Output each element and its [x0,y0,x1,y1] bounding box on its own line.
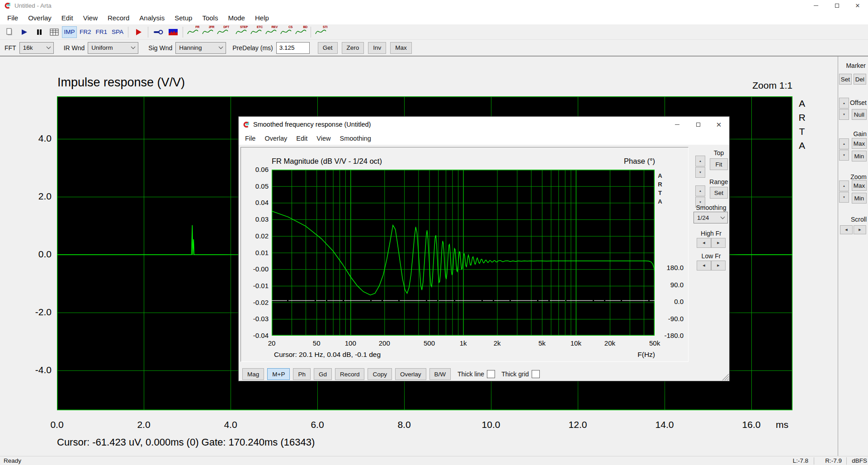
menu-item-view[interactable]: View [78,11,103,24]
toolbar-chart-step-button[interactable]: STEP [234,25,248,38]
menu-item-analysis[interactable]: Analysis [134,11,170,24]
inv-button[interactable]: Inv [368,42,386,54]
new-file-button[interactable] [2,26,16,38]
minimize-button[interactable] [806,0,826,11]
dialog-record-button[interactable]: Record [335,368,365,380]
menu-item-record[interactable]: Record [103,11,134,24]
menu-item-setup[interactable]: Setup [170,11,197,24]
pause-button[interactable] [32,26,46,38]
fft-select[interactable]: 16k [19,42,54,54]
range-up-button[interactable]: ▲ [695,185,705,196]
range-set-button[interactable]: Set [710,187,728,199]
toolbar-chart-dft-button[interactable]: DFT [216,25,230,38]
dialog-titlebar[interactable]: Smoothed frequency response (Untitled) ✕ [239,117,729,132]
marker-set-button[interactable]: Set [839,74,852,85]
toolbar-chart-2fr-button[interactable]: 2FR [201,25,215,38]
menu-item-mode[interactable]: Mode [223,11,250,24]
dialog-minimize-button[interactable] [667,117,688,132]
marker-flag-button[interactable] [17,26,31,38]
minimize-icon [814,5,818,6]
toolbar-chart-etc-button[interactable]: ETC [249,25,263,38]
scroll-right-button[interactable]: ▶ [854,225,866,234]
dialog-button-row: MagM+PPhGdRecordCopyOverlayB/W Thick lin… [242,368,540,380]
menu-item-tools[interactable]: Tools [197,11,223,24]
predelay-input[interactable] [276,42,310,54]
gain-up-button[interactable]: ▲ [839,138,849,149]
menu-item-file[interactable]: File [2,11,23,24]
dialog-menu-item-overlay[interactable]: Overlay [260,132,292,145]
dialog-b-w-button[interactable]: B/W [429,368,451,380]
fr-y-tick: 0.06 [243,166,269,173]
table-button[interactable] [47,26,61,38]
dialog-mag-button[interactable]: Mag [242,368,264,380]
play-button[interactable] [131,26,145,38]
client-area: Impulse response (V/V) Zoom 1:1 ms Curso… [0,56,868,456]
toolbar-chart-cs-button[interactable]: CS [279,25,293,38]
dialog-ph-button[interactable]: Ph [293,368,311,380]
microphone-button[interactable] [151,26,165,38]
toolbar-chart-fr-button[interactable]: FR [186,25,200,38]
menu-item-edit[interactable]: Edit [57,11,78,24]
smoothing-select[interactable]: 1/24 [693,212,728,223]
window-title: Untitled - Arta [14,2,52,9]
dialog-close-button[interactable]: ✕ [708,117,729,132]
gain-down-button[interactable]: ▼ [839,150,849,161]
dialog-maximize-button[interactable] [688,117,708,132]
max-button[interactable]: Max [390,42,412,54]
fr-y-tick: 0.02 [243,232,269,240]
high-fr-left-button[interactable]: ◀ [697,238,711,248]
gain-max-button[interactable]: Max [852,138,867,149]
mode-button-spa[interactable]: SPA [110,26,125,38]
thick-line-checkbox[interactable] [487,370,495,378]
mode-button-imp[interactable]: IMP [62,26,77,38]
maximize-button[interactable] [826,0,847,11]
status-bar: Ready L:-7.8 R:-7.9 dBFS [0,456,868,465]
fr-plot-area[interactable] [272,170,655,336]
zoom-up-button[interactable]: ▲ [839,180,849,191]
offset-null-button[interactable]: Null [852,109,867,120]
scroll-label: Scroll [839,216,867,223]
dialog-copy-button[interactable]: Copy [368,368,392,380]
low-fr-right-button[interactable]: ▶ [711,261,726,270]
marker-del-button[interactable]: Del [854,74,866,85]
close-button[interactable]: ✕ [847,0,868,11]
toolbar-chart-rev-button[interactable]: REV [264,25,278,38]
sig-wnd-select[interactable]: Hanning [175,42,226,54]
zoom-min-button[interactable]: Min [852,193,867,204]
zero-button[interactable]: Zero [342,42,364,54]
status-unit: dBFS [848,457,867,464]
scroll-left-button[interactable]: ◀ [840,225,853,234]
offset-down-button[interactable]: ▼ [839,109,849,120]
fit-button[interactable]: Fit [710,158,728,170]
top-up-button[interactable]: ▲ [695,156,705,166]
scroll-right-icon: ▶ [717,264,719,267]
dialog-overlay-button[interactable]: Overlay [395,368,426,380]
menu-item-overlay[interactable]: Overlay [23,11,57,24]
dialog-menu-item-file[interactable]: File [241,132,260,145]
thick-grid-checkbox[interactable] [532,370,540,378]
dialog-m-p-button[interactable]: M+P [267,368,290,380]
dialog-menu-item-view[interactable]: View [312,132,335,145]
toolbar-chart-2fr-label: 2FR [209,25,214,28]
menu-item-help[interactable]: Help [250,11,274,24]
dialog-menu-item-edit[interactable]: Edit [292,132,312,145]
top-down-button[interactable]: ▼ [695,167,705,178]
mode-button-fr2[interactable]: FR2 [78,26,93,38]
zoom-max-button[interactable]: Max [852,180,867,191]
zoom-down-button[interactable]: ▼ [839,192,849,203]
low-fr-label: Low Fr [697,252,726,260]
low-fr-left-button[interactable]: ◀ [697,261,711,270]
dialog-menu-item-smoothing[interactable]: Smoothing [335,132,376,145]
offset-up-button[interactable]: ▲ [839,98,849,109]
resize-grip-icon[interactable] [721,372,729,380]
waveform-button[interactable] [166,26,180,38]
dialog-gd-button[interactable]: Gd [314,368,332,380]
toolbar-chart-sti-button[interactable]: STI [314,25,328,38]
high-fr-right-button[interactable]: ▶ [711,238,726,248]
ir-wnd-select[interactable]: Uniform [88,42,138,54]
spinner-down-icon: ▼ [843,196,845,199]
mode-button-fr1[interactable]: FR1 [94,26,109,38]
toolbar-chart-bd-button[interactable]: BD [294,25,308,38]
get-button[interactable]: Get [318,42,338,54]
gain-min-button[interactable]: Min [852,151,867,161]
